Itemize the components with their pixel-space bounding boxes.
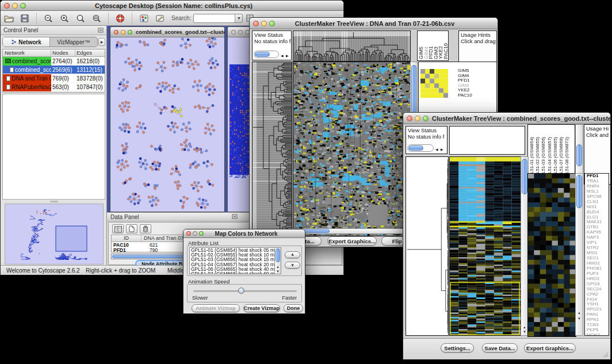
zoom-out-icon[interactable]	[42, 13, 55, 24]
col-header-edges[interactable]: Edges	[75, 49, 105, 56]
help-lifebuoy-icon[interactable]	[114, 13, 127, 24]
view-status-panel: View StatusNo status info f ◀ ▶	[252, 30, 292, 60]
close-icon[interactable]	[114, 30, 118, 35]
window-controls[interactable]	[1, 3, 29, 9]
treeview-dna-title: ClusterMaker TreeView : DNA and Tran 07-…	[278, 20, 498, 27]
move-down-button[interactable]: ∨	[285, 262, 300, 269]
scroll-down-icon[interactable]: ▼	[576, 316, 583, 321]
tab-overflow-button[interactable]: ▶	[98, 38, 105, 46]
row-labels: GIM5GIM4PFD1GIM3YKE2PAC10	[457, 68, 472, 98]
row-dendrogram[interactable]	[406, 156, 449, 336]
heatmap-zoom-view[interactable]	[527, 173, 576, 337]
done-button[interactable]: Done	[284, 304, 303, 312]
attribute-item[interactable]: GPL51-07 (GSM868) heat shock 60 min	[190, 271, 281, 274]
network-list-item[interactable]: combined_sco2569(6)13112(15)	[3, 66, 105, 74]
document-icon	[6, 85, 10, 90]
minimize-icon[interactable]	[238, 30, 243, 35]
network-view-window-1: combined_scores_good.txt--cluste...	[110, 26, 225, 212]
animate-vizmap-button[interactable]: Animate Vizmap	[192, 304, 240, 312]
zoom-window-icon[interactable]	[128, 30, 132, 35]
network-nodes-count: 769(0)	[51, 75, 75, 82]
zoom-window-icon[interactable]	[20, 3, 26, 9]
network-tab-icon	[11, 39, 17, 45]
search-dropdown-icon[interactable]: ▼	[235, 14, 242, 22]
minimize-icon[interactable]	[261, 21, 267, 26]
col-header-nodes[interactable]: Nodes	[51, 49, 75, 56]
scroll-up-icon[interactable]: ▲	[275, 265, 281, 269]
column-dendrogram[interactable]	[293, 30, 411, 62]
create-vizmap-button[interactable]: Create Vizmap	[243, 304, 280, 312]
attribute-list[interactable]: GPL51-01 (GSM854) heat shock 05 minGPL51…	[189, 247, 281, 274]
node-attributes-icon[interactable]	[137, 13, 150, 24]
select-attributes-icon[interactable]	[112, 224, 124, 233]
attribute-list-scrollbar[interactable]: ▲ ▼	[274, 248, 281, 274]
network-canvas[interactable]	[111, 37, 224, 212]
minimize-icon[interactable]	[121, 30, 125, 35]
zoom-selected-icon[interactable]	[74, 13, 87, 24]
scroll-down-icon[interactable]: ▼	[275, 269, 281, 274]
zoom-window-icon[interactable]	[199, 231, 204, 236]
scroll-left-icon[interactable]: ◀	[281, 53, 284, 58]
zoom-view-scrollbar[interactable]: ▲ ▼	[575, 173, 583, 336]
resize-grip-icon[interactable]	[602, 351, 609, 358]
heatmap-main[interactable]	[293, 62, 411, 236]
save-data-button[interactable]: Save Data...	[482, 343, 518, 352]
tab-vizmapper[interactable]: VizMapper™	[50, 37, 97, 47]
tab-network[interactable]: Network	[3, 37, 50, 47]
zoom-window-icon[interactable]	[423, 116, 429, 121]
status-hscrollbar[interactable]	[254, 51, 279, 58]
speed-slider-thumb[interactable]	[238, 288, 244, 294]
treeview-combined-titlebar[interactable]: ClusterMaker TreeView : combined_scores_…	[403, 113, 610, 124]
new-attribute-icon[interactable]	[126, 224, 137, 233]
heatmap-column-label: PAC10	[443, 43, 449, 59]
search-label: Search:	[171, 15, 191, 21]
scroll-right-icon[interactable]: ▶	[441, 147, 443, 151]
network-name-label: combined_scores	[12, 58, 51, 64]
annotation-icon[interactable]	[154, 13, 166, 24]
row-dendrogram[interactable]	[252, 62, 292, 236]
close-icon[interactable]	[231, 30, 236, 35]
main-titlebar[interactable]: Cytoscape Desktop (Session Name: collins…	[1, 1, 343, 11]
export-graphics-button[interactable]: Export Graphics...	[327, 236, 377, 246]
minimize-icon[interactable]	[415, 116, 420, 121]
treeview-dna-titlebar[interactable]: ClusterMaker TreeView : DNA and Tran 07-…	[250, 18, 498, 29]
folder-icon	[5, 59, 11, 63]
close-icon[interactable]	[407, 116, 412, 121]
speed-slider-track[interactable]	[193, 290, 297, 292]
network-list-item[interactable]: RNAPuberNov2+563(0)107847(0)	[3, 83, 105, 91]
network-name-label: combined_sco	[15, 67, 51, 73]
network-edges-count: 183728(0)	[75, 75, 105, 82]
desktop: { "main_window": { "title": "Cytoscape D…	[0, 0, 612, 364]
minimize-icon[interactable]	[193, 231, 197, 236]
move-up-button[interactable]: ∧	[285, 251, 300, 258]
settings-button[interactable]: Settings...	[441, 343, 474, 352]
minimize-icon[interactable]	[12, 3, 18, 9]
status-message: Welcome to Cytoscape 2.6.2	[6, 267, 80, 274]
close-icon[interactable]	[186, 231, 191, 236]
network-list-item[interactable]: combined_scores2764(0)16218(0)	[3, 57, 105, 66]
dialog-titlebar[interactable]: Map Colors to Network	[183, 229, 305, 238]
save-icon[interactable]	[18, 13, 31, 24]
scroll-left-icon[interactable]: ◀	[435, 147, 438, 151]
col-header-network[interactable]: Network	[3, 49, 51, 56]
status-hscrollbar[interactable]	[407, 144, 434, 152]
close-icon[interactable]	[4, 3, 10, 9]
heatmap-hscrollbar[interactable]	[293, 228, 410, 234]
scroll-right-icon[interactable]: ▶	[286, 53, 289, 58]
delete-attribute-trash-icon[interactable]	[140, 224, 151, 233]
close-icon[interactable]	[253, 21, 259, 26]
network-list-item[interactable]: DNA and Tran 07769(0)183728(0)	[3, 74, 105, 83]
zoom-window-icon[interactable]	[269, 21, 275, 26]
zoom-fit-icon[interactable]	[90, 13, 103, 24]
zoom-in-icon[interactable]	[58, 13, 71, 24]
heatmap-main[interactable]	[449, 156, 521, 336]
search-input[interactable]: ▼	[193, 14, 243, 23]
mini-correlation-heatmap[interactable]	[420, 69, 448, 98]
export-graphics-button[interactable]: Export Graphics...	[524, 343, 576, 352]
network-overview[interactable]	[5, 204, 104, 265]
scroll-up-icon[interactable]: ▲	[576, 311, 583, 315]
id-column-header[interactable]: ID	[112, 235, 141, 242]
panel-divider[interactable]	[2, 200, 105, 202]
float-panel-icon[interactable]	[98, 27, 106, 34]
open-file-icon[interactable]	[2, 13, 15, 24]
